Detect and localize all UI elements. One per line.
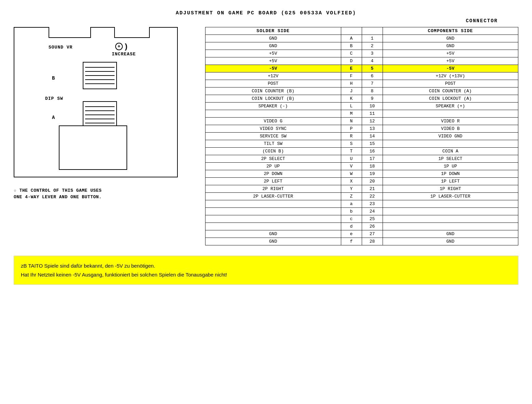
cell-solder: 2P LASER-CUTTER [205, 193, 341, 200]
table-row: -5VE5-5V [205, 65, 518, 72]
cell-solder: +12V [205, 72, 341, 80]
cell-number: 4 [362, 57, 383, 65]
board-diagram: SOUND VR + ) INCREASE B DIP SW A [14, 27, 178, 177]
cell-components: GND [383, 42, 518, 50]
cell-number: 7 [362, 80, 383, 87]
table-row: VIDEO SYNCP13VIDEO B [205, 125, 518, 133]
cell-components: GND [383, 238, 518, 245]
cell-letter: V [341, 163, 362, 170]
cell-number: 25 [362, 215, 383, 223]
cell-number: 12 [362, 118, 383, 125]
plus-circle-icon: + [115, 43, 123, 50]
cell-solder: TILT SW [205, 140, 341, 148]
table-row: 2P LASER-CUTTERZ221P LASER-CUTTER [205, 193, 518, 200]
bottom-note: zB TAITO Spiele sind dafür bekannt, den … [14, 256, 518, 285]
cell-letter: E [341, 65, 362, 72]
cell-number: 20 [362, 178, 383, 185]
cell-components [383, 140, 518, 148]
cell-solder [205, 110, 341, 118]
cell-number: 26 [362, 223, 383, 230]
cell-letter: U [341, 155, 362, 163]
cell-solder: GND [205, 35, 341, 42]
cell-solder [205, 200, 341, 208]
cell-solder: GND [205, 230, 341, 238]
table-row: 2P SELECTU171P SELECT [205, 155, 518, 163]
table-row: +12VF6+12V (+13V) [205, 72, 518, 80]
table-row: GNDf28GND [205, 238, 518, 245]
table-row: 2P RIGHTY211P RIGHT [205, 185, 518, 193]
table-row: GNDA1GND [205, 35, 518, 42]
cell-letter: F [341, 72, 362, 80]
cell-letter: N [341, 118, 362, 125]
table-row: b24 [205, 208, 518, 215]
cell-letter: c [341, 215, 362, 223]
cell-letter: d [341, 223, 362, 230]
table-row: 2P DOWNW191P DOWN [205, 170, 518, 178]
sound-vr-label: SOUND VR [49, 45, 72, 50]
table-row: d26 [205, 223, 518, 230]
cell-solder: 2P SELECT [205, 155, 341, 163]
cell-letter: W [341, 170, 362, 178]
cell-solder: 2P DOWN [205, 170, 341, 178]
cell-components: 1P UP [383, 163, 518, 170]
switch-block-top [83, 62, 117, 89]
cell-components: 1P LASER-CUTTER [383, 193, 518, 200]
cell-number: 13 [362, 125, 383, 133]
cell-components: 1P DOWN [383, 170, 518, 178]
cell-number: 5 [362, 65, 383, 72]
cell-number: 8 [362, 87, 383, 95]
table-row: a23 [205, 200, 518, 208]
cell-number: 17 [362, 155, 383, 163]
table-row: 2P LEFTX201P LEFT [205, 178, 518, 185]
cell-letter: L [341, 103, 362, 110]
table-row: c25 [205, 215, 518, 223]
b-label: B [52, 76, 55, 81]
cell-number: 10 [362, 103, 383, 110]
cell-components: GND [383, 35, 518, 42]
cell-letter: S [341, 140, 362, 148]
cell-number: 1 [362, 35, 383, 42]
cell-number: 24 [362, 208, 383, 215]
cell-letter: R [341, 133, 362, 140]
cell-number: 18 [362, 163, 383, 170]
cell-components: 1P SELECT [383, 155, 518, 163]
cell-components: SPEAKER (+) [383, 103, 518, 110]
table-row: TILT SWS15 [205, 140, 518, 148]
cell-components: GND [383, 230, 518, 238]
page-title: ADJUSTMENT ON GAME PC BOARD (G25 00533A … [14, 10, 518, 16]
table-row: M11 [205, 110, 518, 118]
table-row: SPEAKER (-)L10SPEAKER (+) [205, 103, 518, 110]
cell-solder: POST [205, 80, 341, 87]
cell-number: 15 [362, 140, 383, 148]
cell-components [383, 215, 518, 223]
table-row: GNDe27GND [205, 230, 518, 238]
table-row: VIDEO GN12VIDEO R [205, 118, 518, 125]
control-note-line1: ☆ THE CONTROL OF THIS GAME USES [14, 188, 191, 193]
a-label: A [52, 115, 55, 120]
connector-table: SOLDER SIDE COMPONENTS SIDE GNDA1GNDGNDB… [205, 27, 518, 245]
cell-letter: Z [341, 193, 362, 200]
cell-number: 3 [362, 50, 383, 57]
cell-number: 28 [362, 238, 383, 245]
table-row: GNDB2GND [205, 42, 518, 50]
cell-solder: 2P UP [205, 163, 341, 170]
cell-components: VIDEO B [383, 125, 518, 133]
cell-components [383, 223, 518, 230]
connector-title: CONNECTOR [14, 18, 518, 24]
table-row: SERVICE SWR14VIDEO GND [205, 133, 518, 140]
cell-letter: T [341, 148, 362, 155]
header-letter [341, 27, 362, 35]
cell-components: POST [383, 80, 518, 87]
cell-letter: J [341, 87, 362, 95]
cell-solder: COIN LOCKOUT (B) [205, 95, 341, 103]
cell-components: COIN LOCKOUT (A) [383, 95, 518, 103]
cell-solder: VIDEO SYNC [205, 125, 341, 133]
cell-solder: GND [205, 42, 341, 50]
table-row: (COIN B)T16COIN A [205, 148, 518, 155]
cell-number: 21 [362, 185, 383, 193]
cell-letter: Y [341, 185, 362, 193]
cell-solder [205, 208, 341, 215]
control-note: ☆ THE CONTROL OF THIS GAME USES ONE 4-WA… [14, 188, 191, 200]
cell-solder: 2P RIGHT [205, 185, 341, 193]
cell-components: +5V [383, 57, 518, 65]
